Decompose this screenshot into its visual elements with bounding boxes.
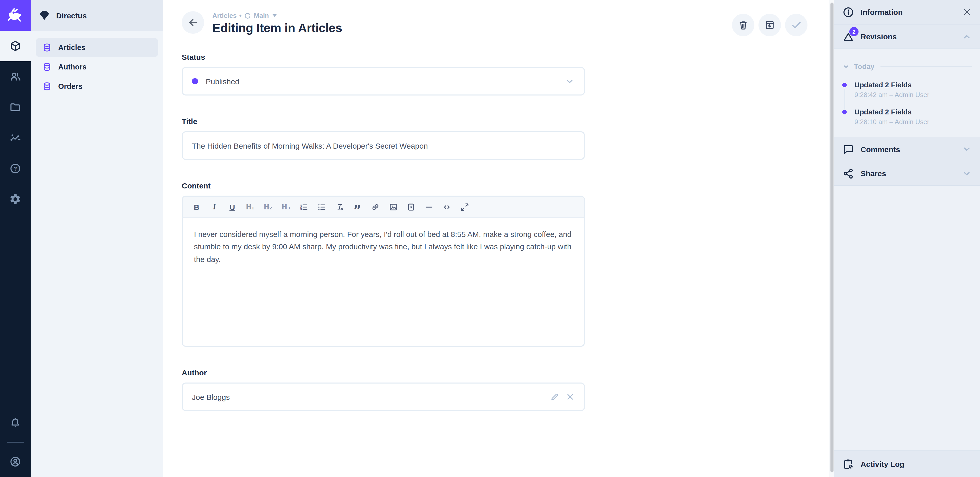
video-button[interactable] bbox=[403, 199, 418, 214]
insights-icon bbox=[9, 132, 21, 144]
remove-format-icon bbox=[334, 202, 344, 212]
database-icon bbox=[42, 62, 52, 72]
save-button[interactable] bbox=[785, 14, 808, 36]
project-name: Directus bbox=[56, 11, 87, 20]
code-button[interactable] bbox=[439, 199, 454, 214]
sidebar-item-authors[interactable]: Authors bbox=[36, 57, 158, 77]
cube-icon bbox=[9, 40, 21, 52]
bold-button[interactable]: B bbox=[189, 199, 204, 214]
comment-icon bbox=[842, 143, 854, 155]
underline-button[interactable]: U bbox=[224, 199, 240, 214]
check-icon bbox=[790, 19, 802, 31]
sidebar-section-information[interactable]: Information bbox=[834, 0, 980, 24]
heading3-button[interactable]: H₃ bbox=[278, 199, 293, 214]
sidebar-filler bbox=[834, 186, 980, 450]
page-title: Editing Item in Articles bbox=[212, 21, 732, 35]
italic-button[interactable]: I bbox=[207, 199, 222, 214]
revision-dot bbox=[842, 83, 847, 87]
horizontal-rule-button[interactable] bbox=[421, 199, 436, 214]
directus-rabbit-icon bbox=[6, 6, 24, 24]
title-block: Articles • Main Editing Item in Articles bbox=[212, 11, 732, 35]
info-sidebar: Information 2 Revisions bbox=[834, 0, 980, 477]
trash-icon bbox=[738, 19, 749, 30]
heading2-button[interactable]: H₂ bbox=[260, 199, 275, 214]
status-field-group: Status Published bbox=[182, 53, 585, 96]
revisions-count-badge: 2 bbox=[850, 27, 859, 36]
module-settings[interactable] bbox=[0, 184, 30, 214]
sidebar-item-articles[interactable]: Articles bbox=[36, 38, 158, 57]
delete-button[interactable] bbox=[732, 14, 754, 36]
field-label: Content bbox=[182, 181, 585, 190]
gear-icon bbox=[9, 193, 21, 205]
chevron-up-icon bbox=[962, 32, 972, 41]
revision-entry[interactable]: Updated 2 Fields 9:28:42 am – Admin User bbox=[842, 81, 972, 99]
database-icon bbox=[42, 81, 52, 91]
activity-log-button[interactable]: Activity Log bbox=[834, 450, 980, 477]
module-bar: ? bbox=[0, 0, 30, 477]
sidebar-section-label: Shares bbox=[861, 169, 962, 178]
ordered-list-button[interactable]: 123 bbox=[296, 199, 311, 214]
breadcrumb-collection[interactable]: Articles bbox=[212, 12, 237, 19]
revisions-group-toggle[interactable]: Today bbox=[842, 62, 972, 70]
bullet-list-button[interactable] bbox=[314, 199, 329, 214]
revisions-icon-wrap: 2 bbox=[842, 30, 854, 43]
module-files[interactable] bbox=[0, 92, 30, 123]
sidebar-item-label: Articles bbox=[58, 43, 85, 51]
image-button[interactable] bbox=[385, 199, 401, 214]
chevron-down-icon bbox=[565, 76, 575, 86]
revision-meta: 9:28:10 am – Admin User bbox=[854, 118, 972, 126]
notifications-button[interactable] bbox=[0, 408, 30, 438]
editor-content[interactable]: I never considered myself a morning pers… bbox=[183, 218, 584, 346]
revision-title: Updated 2 Fields bbox=[854, 81, 972, 89]
back-button[interactable] bbox=[182, 11, 204, 34]
edit-author-button[interactable] bbox=[550, 392, 559, 402]
sidebar-item-orders[interactable]: Orders bbox=[36, 77, 158, 96]
chevron-down-icon bbox=[962, 168, 972, 179]
horizontal-rule-icon bbox=[424, 202, 434, 212]
scrollbar-thumb[interactable] bbox=[830, 3, 834, 472]
account-button[interactable] bbox=[0, 447, 30, 477]
revision-dot bbox=[842, 110, 847, 115]
revision-meta: 9:28:42 am – Admin User bbox=[854, 91, 972, 99]
module-users[interactable] bbox=[0, 61, 30, 92]
header-actions bbox=[732, 14, 808, 36]
code-icon bbox=[442, 202, 452, 212]
link-button[interactable] bbox=[368, 199, 383, 214]
video-icon bbox=[406, 202, 416, 212]
module-help[interactable]: ? bbox=[0, 153, 30, 184]
status-value: Published bbox=[206, 77, 565, 86]
blockquote-button[interactable]: ” bbox=[350, 199, 365, 214]
breadcrumb[interactable]: Articles • Main bbox=[212, 12, 732, 19]
module-bar-divider bbox=[6, 442, 24, 443]
status-dropdown[interactable]: Published bbox=[182, 67, 585, 96]
sidebar-section-shares[interactable]: Shares bbox=[834, 161, 980, 186]
author-field[interactable]: Joe Bloggs bbox=[182, 383, 585, 411]
module-content[interactable] bbox=[0, 30, 30, 61]
sidebar-section-comments[interactable]: Comments bbox=[834, 137, 980, 161]
sidebar-section-revisions[interactable]: 2 Revisions bbox=[834, 24, 980, 49]
activity-log-icon bbox=[842, 458, 854, 470]
people-icon bbox=[9, 70, 21, 83]
fullscreen-button[interactable] bbox=[457, 199, 472, 214]
editor-toolbar: B I U H₁ H₂ H₃ 123 bbox=[183, 196, 584, 218]
close-sidebar-button[interactable] bbox=[962, 7, 972, 17]
close-icon bbox=[566, 392, 575, 401]
archive-button[interactable] bbox=[759, 14, 781, 36]
item-form: Status Published Title Content bbox=[182, 53, 585, 432]
revision-title: Updated 2 Fields bbox=[854, 108, 972, 116]
directus-logo[interactable] bbox=[0, 0, 30, 30]
svg-text:3: 3 bbox=[300, 207, 302, 211]
fullscreen-icon bbox=[460, 202, 469, 212]
heading1-button[interactable]: H₁ bbox=[242, 199, 258, 214]
account-circle-icon bbox=[9, 456, 21, 468]
revision-entry[interactable]: Updated 2 Fields 9:28:10 am – Admin User bbox=[842, 108, 972, 126]
bell-icon bbox=[9, 417, 21, 429]
project-header[interactable]: Directus bbox=[30, 0, 163, 30]
pencil-icon bbox=[550, 392, 559, 402]
archive-icon bbox=[764, 19, 775, 30]
remove-format-button[interactable] bbox=[332, 199, 347, 214]
breadcrumb-version[interactable]: Main bbox=[254, 12, 269, 19]
module-insights[interactable] bbox=[0, 123, 30, 153]
title-input[interactable] bbox=[182, 131, 585, 160]
deselect-author-button[interactable] bbox=[566, 392, 575, 401]
